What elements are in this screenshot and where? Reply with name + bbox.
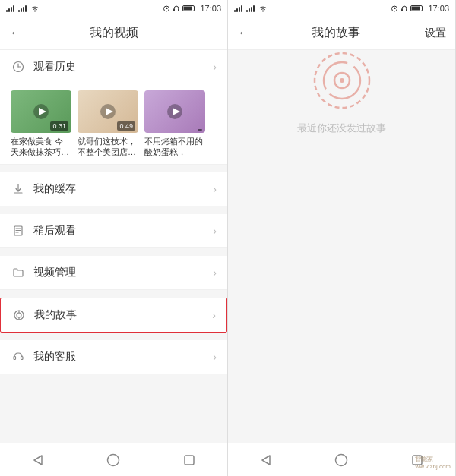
download-icon	[11, 181, 26, 197]
page-title-right: 我的故事	[255, 25, 416, 41]
svg-point-42	[340, 78, 344, 83]
back-button-right[interactable]: ←	[237, 25, 255, 41]
videomgr-label: 视频管理	[33, 266, 213, 279]
headset-icon	[11, 349, 26, 364]
signal-icon	[6, 5, 14, 12]
svg-point-43	[347, 60, 355, 68]
home-nav-btn-left[interactable]	[101, 448, 125, 472]
svg-point-44	[325, 88, 331, 94]
content-right: 最近你还没发过故事	[228, 50, 455, 443]
chevron-icon-service: ›	[213, 351, 217, 363]
section-gap-6	[0, 374, 227, 435]
svg-rect-4	[173, 9, 175, 11]
video-duration-0: 0:31	[50, 121, 68, 131]
mystory-row[interactable]: 我的故事 ›	[0, 298, 227, 333]
video-item-2[interactable]: 不用烤箱不用的酸奶蛋糕，	[144, 90, 205, 158]
story-empty-state: 最近你还没发过故事	[228, 50, 455, 181]
status-left-right	[234, 5, 268, 12]
status-left-left	[6, 5, 40, 12]
svg-point-23	[17, 313, 21, 317]
video-caption-1: 就哥们这技术，不整个美团店，真是	[78, 136, 138, 158]
home-circle-icon	[106, 453, 120, 467]
back-button-left[interactable]: ←	[9, 25, 27, 41]
videomgr-row[interactable]: 视频管理 ›	[0, 256, 227, 290]
watchlater-label: 稍后观看	[33, 224, 213, 238]
section-gap-4	[0, 290, 227, 298]
thumb-bg-2	[144, 90, 205, 133]
story-icon	[11, 307, 27, 323]
svg-rect-27	[21, 356, 24, 359]
alarm-icon	[163, 5, 170, 12]
section-gap-1	[0, 165, 227, 172]
cache-row[interactable]: 我的缓存 ›	[0, 172, 227, 206]
chevron-icon-history: ›	[213, 61, 217, 73]
chevron-icon-mystory: ›	[212, 309, 216, 321]
video-thumb-0: 0:31	[11, 90, 71, 133]
svg-rect-30	[185, 456, 194, 465]
svg-rect-36	[406, 9, 407, 11]
header-right: ← 我的故事 设置	[228, 17, 455, 50]
svg-point-46	[336, 454, 347, 465]
recents-nav-btn-right[interactable]	[405, 448, 429, 472]
video-thumb-1: 0:49	[78, 90, 138, 133]
headphone-icon	[173, 5, 180, 12]
status-right-left: 17:03	[163, 4, 221, 13]
video-caption-0: 在家做美食 今天来做抹茶巧克力吧#	[11, 136, 71, 158]
bottom-nav-right	[228, 443, 455, 476]
section-gap-2	[0, 206, 227, 214]
back-nav-btn-left[interactable]	[26, 448, 50, 472]
svg-rect-38	[412, 7, 420, 11]
svg-point-29	[108, 454, 119, 465]
svg-rect-47	[413, 456, 422, 465]
play-icon-2	[166, 102, 184, 121]
back-triangle-icon-right	[259, 453, 273, 467]
chevron-icon-cache: ›	[213, 183, 217, 195]
video-duration-2	[198, 129, 202, 131]
svg-marker-28	[34, 456, 42, 465]
svg-rect-35	[401, 9, 403, 11]
time-left: 17:03	[200, 4, 221, 13]
signal-icon-2	[18, 5, 27, 12]
folder-icon	[11, 265, 26, 280]
video-item-1[interactable]: 0:49 就哥们这技术，不整个美团店，真是	[78, 90, 138, 158]
back-triangle-icon	[31, 453, 45, 467]
time-right: 17:03	[428, 4, 449, 13]
video-caption-2: 不用烤箱不用的酸奶蛋糕，	[144, 136, 205, 158]
headphone-icon-right	[401, 5, 408, 12]
settings-button[interactable]: 设置	[416, 27, 446, 40]
play-icon-1	[99, 102, 117, 121]
service-row[interactable]: 我的客服 ›	[0, 340, 227, 374]
header-left: ← 我的视频	[0, 17, 227, 50]
watch-history-row[interactable]: 观看历史 ›	[0, 50, 227, 84]
left-panel: 17:03 ← 我的视频 观看历史 ›	[0, 0, 228, 476]
watchlater-row[interactable]: 稍后观看 ›	[0, 214, 227, 248]
recents-square-icon-right	[410, 453, 424, 467]
content-left: 观看历史 › 0:31 在家做美食 今天来做抹茶巧克力吧#	[0, 50, 227, 443]
bottom-nav-left	[0, 443, 227, 476]
home-circle-icon-right	[334, 453, 348, 467]
story-empty-icon	[312, 50, 372, 111]
clock-icon	[11, 59, 26, 74]
recents-square-icon	[182, 453, 196, 467]
alarm-icon-right	[391, 5, 398, 12]
battery-icon	[182, 5, 196, 12]
svg-rect-7	[184, 7, 192, 11]
video-thumbnails-row: 0:31 在家做美食 今天来做抹茶巧克力吧# 0:49 就哥们这技术，不整个美团…	[0, 84, 227, 165]
story-empty-text: 最近你还没发过故事	[297, 121, 386, 135]
watch-history-label: 观看历史	[33, 60, 213, 74]
story-ring-icon	[312, 50, 372, 111]
back-nav-btn-right[interactable]	[254, 448, 278, 472]
home-nav-btn-right[interactable]	[329, 448, 353, 472]
cache-label: 我的缓存	[33, 182, 213, 196]
wifi-icon-right	[258, 5, 268, 12]
svg-rect-5	[178, 9, 179, 11]
video-item-0[interactable]: 0:31 在家做美食 今天来做抹茶巧克力吧#	[11, 90, 71, 158]
recents-nav-btn-left[interactable]	[177, 448, 201, 472]
status-bar-right: 17:03	[228, 0, 455, 17]
section-gap-5	[0, 333, 227, 340]
right-panel: 17:03 ← 我的故事 设置	[228, 0, 456, 476]
bookmark-icon	[11, 223, 26, 238]
play-icon-0	[32, 102, 50, 121]
svg-point-31	[262, 11, 264, 12]
status-bar-left: 17:03	[0, 0, 227, 17]
